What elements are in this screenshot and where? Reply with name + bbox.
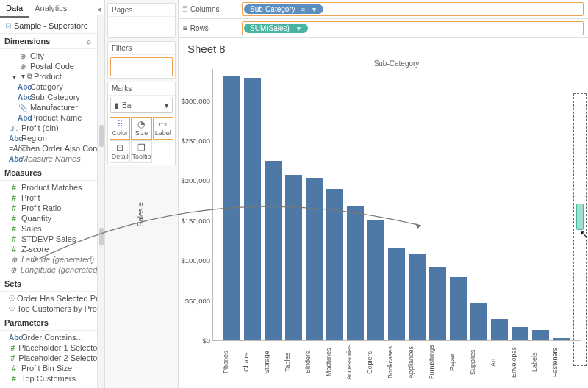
chart-plot[interactable]: $0$50,000$100,000$150,000$200,000$250,00… xyxy=(212,69,581,341)
measure-item[interactable]: #Product Matches xyxy=(0,182,104,193)
dimension-item[interactable]: ⊕City xyxy=(0,51,104,61)
x-tick: Fasteners xyxy=(552,344,569,381)
measure-item[interactable]: #Profit xyxy=(0,193,104,203)
filters-title: Filters xyxy=(108,42,175,55)
x-tick: Bookcases xyxy=(387,344,404,381)
dimension-item[interactable]: AbcRegion xyxy=(0,133,104,143)
dimension-item[interactable]: AbcProduct Name xyxy=(0,112,104,123)
x-tick: Storage xyxy=(264,344,281,381)
field-label: Placeholder 1 Selector xyxy=(18,343,100,352)
mark-size[interactable]: ◔Size xyxy=(131,117,151,140)
measures-label: Measures xyxy=(4,168,42,177)
x-tick: Supplies xyxy=(470,344,487,381)
cursor-icon: ↖ xyxy=(580,229,588,240)
x-tick: Copiers xyxy=(367,344,384,381)
y-tick: $0 xyxy=(178,337,210,345)
measure-item[interactable]: #Sales xyxy=(0,223,104,234)
bar-art[interactable] xyxy=(491,319,508,340)
bar-tables[interactable] xyxy=(285,175,302,340)
bar-furnishings[interactable] xyxy=(429,267,446,340)
sidebar-scrollbar[interactable] xyxy=(97,15,104,388)
dimension-item[interactable]: AbcCategory xyxy=(0,82,104,92)
mark-label-label: Label xyxy=(155,129,171,137)
mark-color-label: Color xyxy=(112,129,128,137)
measure-item[interactable]: ⊕Longitude (generated) xyxy=(0,265,104,275)
bar-storage[interactable] xyxy=(265,161,282,340)
tab-analytics[interactable]: Analytics xyxy=(29,0,73,18)
parameter-item[interactable]: #Profit Bin Size xyxy=(0,363,104,373)
y-tick: $300,000 xyxy=(178,97,210,105)
parameter-item[interactable]: #Placeholder 1 Selector xyxy=(0,342,104,353)
marks-title: Marks xyxy=(108,82,175,96)
bar-envelopes[interactable] xyxy=(512,327,528,341)
field-label: Top Customers xyxy=(21,374,76,383)
pill-text: SUM(Sales) xyxy=(250,24,290,32)
y-tick: $150,000 xyxy=(178,217,210,225)
visualization-area: Sub-Category Sales ≡ $0$50,000$100,000$1… xyxy=(179,57,588,388)
measures-header[interactable]: Measures xyxy=(0,165,104,181)
set-item[interactable]: ⦾Order Has Selected Pro... xyxy=(0,293,104,303)
chevron-down-icon[interactable]: ▾ xyxy=(312,5,316,13)
measure-item[interactable]: #STDEVP Sales xyxy=(0,234,104,244)
field-label: Latitude (generated) xyxy=(21,255,94,264)
set-item[interactable]: ⦾Top Customers by Profit xyxy=(0,303,104,314)
field-label: Product Name xyxy=(30,113,82,122)
columns-pill-subcategory[interactable]: Sub-Category ≡ ▾ xyxy=(244,4,323,14)
dimension-item[interactable]: 📎Manufacturer xyxy=(0,102,104,112)
bar-binders[interactable] xyxy=(306,178,323,340)
bar-supplies[interactable] xyxy=(470,303,487,340)
filters-card[interactable]: Filters xyxy=(107,41,176,79)
rows-shelf-row: ≡Rows SUM(Sales) ▾ xyxy=(179,19,588,38)
dimension-item[interactable]: ⊕Postal Code xyxy=(0,61,104,71)
sets-label: Sets xyxy=(4,279,21,288)
parameter-item[interactable]: #Placeholder 2 Selector xyxy=(0,353,104,363)
dimension-item[interactable]: ▾▾ ⧉Product xyxy=(0,71,104,82)
dimension-item[interactable]: AbcSub-Category xyxy=(0,92,104,102)
x-tick: Tables xyxy=(284,344,301,381)
pages-card[interactable]: Pages xyxy=(107,3,176,38)
parameter-item[interactable]: #Top Customers xyxy=(0,373,104,384)
parameters-header[interactable]: Parameters xyxy=(0,315,104,331)
bar-fasteners[interactable] xyxy=(553,338,570,340)
mark-type-select[interactable]: ▮ Bar ▾ xyxy=(110,98,173,113)
field-label: Profit Bin Size xyxy=(21,364,72,373)
bar-appliances[interactable] xyxy=(409,254,426,340)
bar-labels[interactable] xyxy=(532,330,549,340)
bar-machines[interactable] xyxy=(326,189,343,340)
parameter-item[interactable]: AbcOrder Contains... xyxy=(0,332,104,342)
rows-pill-sum-sales[interactable]: SUM(Sales) ▾ xyxy=(244,24,308,33)
sheet-title[interactable]: Sheet 8 xyxy=(179,38,588,57)
measure-item[interactable]: ⊕Latitude (generated) xyxy=(0,254,104,265)
filters-dropzone[interactable] xyxy=(110,57,173,76)
bar-chairs[interactable] xyxy=(244,78,261,340)
datasource-row[interactable]: ⌸ Sample - Superstore xyxy=(0,18,104,34)
mark-tooltip[interactable]: ❐Tooltip xyxy=(131,140,151,163)
mark-detail[interactable]: ⊟Detail xyxy=(110,140,130,163)
chevron-down-icon[interactable]: ▾ xyxy=(297,24,301,32)
bar-paper[interactable] xyxy=(450,277,467,340)
dimension-item[interactable]: AbcMeasure Names xyxy=(0,154,104,164)
tab-data[interactable]: Data xyxy=(0,0,29,18)
columns-label: ⦙⦙⦙Columns xyxy=(183,5,236,14)
columns-shelf[interactable]: Sub-Category ≡ ▾ xyxy=(242,2,584,16)
mark-color[interactable]: ⠿Color xyxy=(110,117,130,140)
bar-bookcases[interactable] xyxy=(388,248,405,340)
bar-accessories[interactable] xyxy=(347,206,364,340)
field-label: Order Has Selected Pro... xyxy=(17,294,104,303)
field-label: Manufacturer xyxy=(30,103,78,112)
bar-phones[interactable] xyxy=(223,76,240,340)
mark-label[interactable]: ▭Label xyxy=(153,117,173,140)
measure-item[interactable]: #Profit Ratio xyxy=(0,203,104,213)
measure-item[interactable]: #Z-score xyxy=(0,244,104,254)
bar-copiers[interactable] xyxy=(368,220,384,340)
field-label: Placeholder 2 Selector xyxy=(18,353,100,362)
x-tick: Binders xyxy=(305,344,322,381)
measure-item[interactable]: #Quantity xyxy=(0,213,104,223)
dimension-item[interactable]: .ıl.Profit (bin) xyxy=(0,123,104,133)
rows-shelf[interactable]: SUM(Sales) ▾ xyxy=(242,21,584,35)
dimension-item[interactable]: =AbcThen Order Also Con... xyxy=(0,143,104,154)
sets-header[interactable]: Sets xyxy=(0,276,104,292)
collapse-icon[interactable]: ◂ xyxy=(97,4,101,14)
dimensions-header[interactable]: Dimensions ⌕ ▾ xyxy=(0,34,104,49)
field-label: Z-score xyxy=(21,245,49,254)
